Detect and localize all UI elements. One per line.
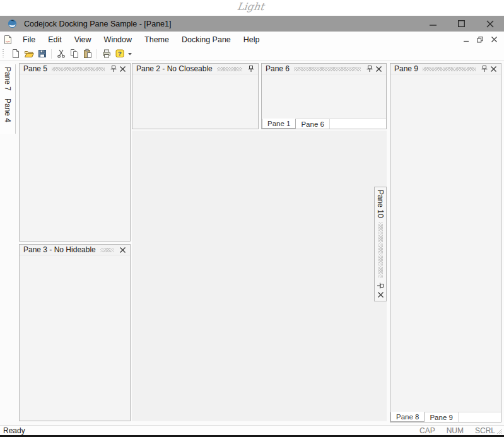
app-logo-icon	[8, 19, 17, 28]
docking-workspace: Pane 7 Pane 4 Pane 5	[0, 61, 504, 425]
window-title: Codejock Docking Pane Sample - [Pane1]	[24, 20, 171, 28]
pane-5-body	[20, 74, 130, 241]
pane-5-caption[interactable]: Pane 5	[20, 64, 130, 74]
title-bar[interactable]: Codejock Docking Pane Sample - [Pane1]	[0, 16, 504, 32]
close-icon	[491, 66, 496, 72]
maximize-icon	[458, 20, 465, 27]
pane-title: Pane 3 - No Hideable	[23, 245, 96, 254]
pane-9-group: Pane 9 Pane 8	[390, 63, 501, 422]
desktop-strip: Light	[0, 0, 504, 16]
chevron-down-icon	[127, 51, 132, 56]
autohide-strip-left: Pane 7 Pane 4	[0, 64, 16, 134]
toolbar-separator	[97, 49, 97, 59]
autohide-tab-pane4[interactable]: Pane 4	[3, 98, 12, 122]
menu-theme[interactable]: Theme	[138, 32, 175, 47]
pane-title: Pane 2 - No Closeable	[136, 64, 213, 73]
menu-help[interactable]: Help	[237, 32, 266, 47]
pane-3-caption[interactable]: Pane 3 - No Hideable	[20, 245, 130, 255]
mdi-close-button[interactable]	[489, 35, 499, 45]
mdi-restore-icon	[477, 37, 483, 43]
close-pane-button[interactable]	[118, 64, 127, 73]
pane-title: Pane 10	[376, 190, 385, 218]
tab-pane9[interactable]: Pane 9	[425, 412, 458, 422]
mdi-restore-button[interactable]	[475, 35, 485, 45]
minimize-button[interactable]	[419, 16, 447, 32]
pane-9-caption[interactable]: Pane 9	[390, 64, 501, 74]
close-icon	[378, 292, 384, 298]
close-pane-button[interactable]	[374, 64, 384, 73]
copy-icon	[69, 49, 79, 59]
close-button[interactable]	[476, 16, 504, 32]
pin-button[interactable]	[108, 64, 118, 73]
caption-texture	[294, 67, 361, 71]
status-message: Ready	[3, 426, 25, 435]
mdi-document-icon[interactable]	[3, 35, 13, 45]
mdi-client-area	[132, 131, 387, 421]
paste-button[interactable]	[81, 48, 94, 60]
tab-pane1[interactable]: Pane 1	[262, 119, 296, 129]
pane-6-body	[262, 74, 386, 119]
mdi-minimize-icon	[464, 37, 469, 42]
pin-icon	[366, 65, 373, 73]
help-about-button[interactable]: ?	[113, 48, 126, 60]
close-icon	[120, 66, 126, 72]
maximize-button[interactable]	[447, 16, 476, 32]
pane-10-collapsed[interactable]: Pane 10	[374, 187, 387, 301]
scroll-indicator: SCRL	[475, 426, 495, 435]
print-icon	[102, 49, 112, 59]
close-pane-button[interactable]	[489, 64, 498, 73]
pane-6-tabstrip: Pane 1 Pane 6	[262, 119, 386, 129]
close-icon	[486, 20, 494, 28]
open-file-button[interactable]	[22, 48, 35, 60]
minimize-icon	[430, 20, 437, 27]
toolbar-grip[interactable]	[3, 49, 5, 59]
pin-button[interactable]	[246, 64, 255, 73]
toolbar-options-button[interactable]	[127, 51, 132, 56]
pane-3: Pane 3 - No Hideable	[19, 244, 131, 421]
pane-6-group: Pane 6 Pane 1	[261, 63, 387, 129]
menu-edit[interactable]: Edit	[42, 32, 68, 47]
pin-button[interactable]	[376, 281, 385, 290]
help-about-icon: ?	[115, 49, 125, 59]
close-pane-button[interactable]	[376, 290, 385, 300]
print-button[interactable]	[100, 48, 113, 60]
pin-icon	[110, 65, 117, 73]
autohide-tab-pane7[interactable]: Pane 7	[3, 67, 12, 91]
tab-pane6[interactable]: Pane 6	[296, 119, 329, 129]
pin-icon	[247, 65, 255, 73]
cut-scissors-icon	[56, 49, 66, 59]
menu-view[interactable]: View	[68, 32, 98, 47]
mdi-minimize-button[interactable]	[461, 35, 471, 45]
close-pane-button[interactable]	[118, 245, 127, 254]
close-icon	[376, 66, 382, 72]
mdi-close-icon	[491, 37, 497, 42]
pane-title: Pane 9	[394, 64, 418, 73]
pin-icon	[377, 282, 384, 289]
pane-3-body	[20, 255, 130, 421]
app-window: Light Codejock Docking Pane Sample - [Pa…	[0, 0, 504, 437]
caption-texture	[52, 67, 105, 71]
pane-5: Pane 5	[19, 63, 131, 242]
tab-pane8[interactable]: Pane 8	[390, 412, 425, 422]
pin-button[interactable]	[365, 64, 374, 73]
menu-bar: File Edit View Window Theme Docking Pane…	[0, 32, 504, 47]
toolbar-separator	[51, 49, 52, 59]
pane-6-caption[interactable]: Pane 6	[262, 64, 386, 74]
copy-button[interactable]	[67, 48, 81, 60]
pane-2-body	[132, 74, 258, 129]
cut-button[interactable]	[54, 48, 67, 60]
menu-file[interactable]: File	[16, 32, 42, 47]
close-icon	[120, 247, 126, 253]
resize-grip-icon[interactable]	[496, 428, 503, 434]
save-button[interactable]	[35, 48, 49, 60]
caption-texture	[217, 67, 242, 71]
pane-2-caption[interactable]: Pane 2 - No Closeable	[132, 64, 258, 74]
save-floppy-icon	[37, 49, 47, 59]
menu-docking-pane[interactable]: Docking Pane	[175, 32, 237, 47]
new-document-icon	[11, 49, 21, 59]
pin-button[interactable]	[479, 64, 489, 73]
status-bar: Ready CAP NUM SCRL	[0, 425, 504, 435]
pane-title: Pane 6	[266, 64, 290, 73]
new-document-button[interactable]	[9, 48, 22, 60]
menu-window[interactable]: Window	[98, 32, 138, 47]
